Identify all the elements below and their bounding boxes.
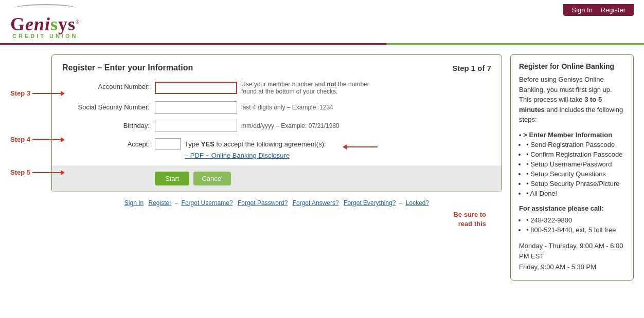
sidebar-step-7: All Done! [526,189,625,198]
reg-title: Register – Enter your Information [62,63,193,72]
step5-label: Step 5 [10,169,30,176]
footer-forgot-everything-link[interactable]: Forgot Everything? [344,199,396,207]
birthday-hint: mm/dd/yyyy – Example: 07/21/1980 [241,122,339,129]
footer-register-link[interactable]: Register [149,199,172,207]
account-number-label: Account Number: [62,81,155,90]
sep1: – [175,199,180,207]
step3-label: Step 3 [10,89,30,97]
sidebar-phone-1: 248-322-9800 [526,215,625,225]
sidebar-steps-list: > Enter Member Information Send Registra… [519,130,625,198]
sidebar-step-5: Setup Security Questions [526,169,625,179]
sidebar-assist-title: For assistance please call: [519,204,625,212]
sidebar-intro: Before using Genisys Online Banking, you… [519,74,625,125]
registration-box: Register – Enter your Information Step 1… [51,54,502,192]
main-content: Step 3 Step 4 Step 5 [0,54,644,280]
ssn-row: Social Security Number: last 4 digits on… [62,101,491,114]
page-header: Genisys® CREDIT UNION Sign In Register [0,0,644,39]
sidebar-title: Register for Online Banking [519,62,625,70]
ssn-input-area: last 4 digits only – Example: 1234 [155,101,333,114]
sidebar-hours: Monday - Thursday, 9:00 AM - 6:00 PM EST… [519,241,625,273]
account-number-hint: Use your member number and not the numbe… [241,81,375,95]
disclosure-link[interactable]: – PDF ~ Online Banking Disclosure [185,152,290,159]
account-number-input-area: Use your member number and not the numbe… [155,81,375,95]
step4-label: Step 4 [10,136,30,143]
ssn-input[interactable] [155,101,237,114]
logo-arc [14,4,76,12]
steps-container: Step 3 Step 4 Step 5 [10,54,502,192]
sidebar: Register for Online Banking Before using… [510,54,634,280]
footer-links: Sign In Register – Forgot Username? Forg… [51,192,502,209]
sidebar-step-3: Confirm Registration Passcode [526,149,625,159]
sidebar-step-6: Setup Security Phrase/Picture [526,179,625,189]
header-navigation: Sign In Register [563,4,634,16]
sidebar-step-4: Setup Username/Password [526,159,625,169]
accept-row: Accept: Type YES to accept the following… [62,138,491,159]
sub-divider [0,49,644,49]
logo: Genisys® CREDIT UNION [10,4,80,39]
be-sure-text: Be sure toread this [453,210,486,229]
birthday-input-area: mm/dd/yyyy – Example: 07/21/1980 [155,120,339,132]
signin-link[interactable]: Sign In [571,6,592,14]
accept-inline: Type YES to accept the following agreeme… [155,138,326,149]
ssn-hint: last 4 digits only – Example: 1234 [241,104,333,111]
step3-arrow [32,91,65,96]
form-wrapper: Step 3 Step 4 Step 5 [10,54,502,280]
accept-text: Type YES to accept the following agreeme… [185,140,326,148]
cancel-button[interactable]: Cancel [193,172,230,185]
birthday-label: Birthday: [62,120,155,129]
logo-name: Genisys® [10,13,80,35]
register-link[interactable]: Register [601,6,625,14]
footer-forgot-username-link[interactable]: Forgot Username? [182,199,233,207]
footer-locked-link[interactable]: Locked? [406,199,429,207]
birthday-input[interactable] [155,120,237,132]
account-number-row: Account Number: Use your member number a… [62,81,491,95]
sidebar-phone-2: 800-521-8440, ext. 5 toll free [526,225,625,235]
logo-subtitle: CREDIT UNION [12,33,78,39]
footer-forgot-password-link[interactable]: Forgot Password? [238,199,288,207]
ssn-label: Social Security Number: [62,101,155,111]
accept-label: Accept: [62,138,155,148]
sidebar-phones-list: 248-322-9800 800-521-8440, ext. 5 toll f… [519,215,625,235]
reg-header: Register – Enter your Information Step 1… [62,63,491,72]
step5-arrow [32,170,65,175]
sep2: – [399,199,404,207]
top-divider [0,43,644,45]
sidebar-step-2: Send Registration Passcode [526,140,625,149]
footer-signin-link[interactable]: Sign In [124,199,144,207]
accept-input[interactable] [155,138,181,149]
reg-step: Step 1 of 7 [452,64,491,72]
step4-arrow [32,137,65,142]
footer-forgot-answers-link[interactable]: Forgot Answers? [293,199,339,207]
sidebar-step-1: > Enter Member Information [519,130,625,140]
birthday-row: Birthday: mm/dd/yyyy – Example: 07/21/19… [62,120,491,132]
account-number-input[interactable] [155,82,237,94]
button-row: Start Cancel [52,165,502,192]
start-button[interactable]: Start [155,172,189,185]
